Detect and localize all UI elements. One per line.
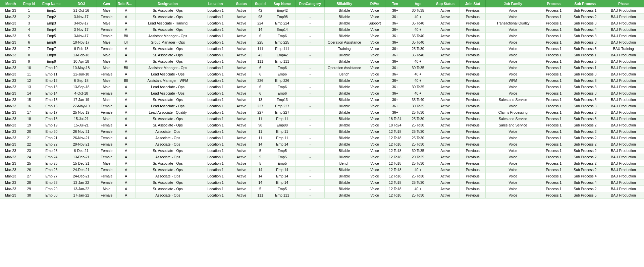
table-cell-sup-id: 42 bbox=[252, 52, 269, 58]
table-cell-emp-name: Emp 10 bbox=[37, 65, 66, 71]
table-cell-location: Location 1 bbox=[200, 46, 231, 52]
table-cell-phase: BAU Production bbox=[603, 77, 644, 84]
table-cell-role-band: A bbox=[116, 109, 135, 116]
table-cell-emp-id: 15 bbox=[21, 97, 37, 103]
table-cell-status: Active bbox=[231, 154, 252, 160]
table-row: Mar-2316Emp 1627-May-19FemaleALead Assoc… bbox=[0, 103, 644, 109]
table-cell-status: Active bbox=[231, 90, 252, 97]
table-cell-billability: Billable bbox=[324, 186, 364, 192]
table-cell-job-family: Transactional Quality bbox=[486, 20, 540, 26]
table-cell-process: Process 1 bbox=[540, 116, 567, 122]
table-cell-sup-status: Active bbox=[431, 173, 460, 179]
table-cell-sub-process: Sub Process 4 bbox=[567, 26, 603, 33]
table-cell-dt-vc: Voice bbox=[364, 167, 385, 173]
table-cell-sub-process: Sub Process 2 bbox=[567, 122, 603, 128]
table-cell-emp-id: 10 bbox=[21, 65, 37, 71]
table-cell-ten: 36+ bbox=[385, 109, 405, 116]
table-cell-sub-process: Sub Process 2 bbox=[567, 14, 603, 20]
table-cell-sup-status: Active bbox=[431, 71, 460, 77]
table-cell-doj: 6-Dec-21 bbox=[66, 148, 97, 154]
table-cell-rsncategory: - bbox=[296, 135, 324, 141]
table-cell-join-stat: Previous bbox=[460, 160, 486, 167]
table-cell-ten: 36+ bbox=[385, 39, 405, 46]
table-cell-dt-vc: Voice bbox=[364, 84, 385, 90]
table-cell-ten: 36+ bbox=[385, 103, 405, 109]
table-cell-rsncategory: - bbox=[296, 7, 324, 14]
table-cell-phase: BAU Production bbox=[603, 39, 644, 46]
table-cell-job-family: Sales and Service bbox=[486, 116, 540, 122]
table-cell-billability: Billable bbox=[324, 77, 364, 84]
table-cell-emp-id: 21 bbox=[21, 135, 37, 141]
table-cell-location: Location 1 bbox=[200, 20, 231, 26]
table-cell-dt-vc: Voice bbox=[364, 97, 385, 103]
table-cell-month: Mar-23 bbox=[0, 160, 21, 167]
table-cell-sup-name: Emp98 bbox=[269, 122, 296, 128]
table-cell-sup-status: Active bbox=[431, 26, 460, 33]
table-cell-join-stat: Previous bbox=[460, 103, 486, 109]
table-cell-doj: 26-Nov-21 bbox=[66, 128, 97, 135]
table-cell-role-band: A bbox=[116, 122, 135, 128]
table-cell-billability: Billable bbox=[324, 14, 364, 20]
column-header-location: Location bbox=[200, 0, 231, 7]
table-cell-rsncategory: - bbox=[296, 154, 324, 160]
table-row: Mar-2321Emp 2126-Nov-21FemaleAAssociate … bbox=[0, 135, 644, 141]
table-cell-doj: 3-Nov-17 bbox=[66, 20, 97, 26]
table-cell-status: Active bbox=[231, 65, 252, 71]
table-cell-billability: Bench bbox=[324, 160, 364, 167]
table-cell-process: Process 1 bbox=[540, 128, 567, 135]
table-cell-job-family: Voice bbox=[486, 103, 540, 109]
table-cell-join-stat: Previous bbox=[460, 154, 486, 160]
table-cell-ten: 36+ bbox=[385, 84, 405, 90]
table-cell-emp-name: Emp 11 bbox=[37, 71, 66, 77]
table-cell-process: Process 1 bbox=[540, 154, 567, 160]
table-cell-designation: Lead Associate - Ops bbox=[136, 103, 200, 109]
table-cell-rsncategory: - bbox=[296, 65, 324, 71]
table-cell-month: Mar-23 bbox=[0, 179, 21, 186]
table-cell-age: 25 To30 bbox=[405, 135, 431, 141]
table-cell-location: Location 1 bbox=[200, 173, 231, 179]
table-cell-emp-name: Emp3 bbox=[37, 20, 66, 26]
table-cell-gen: Female bbox=[97, 141, 116, 148]
table-cell-gen: Male bbox=[97, 7, 116, 14]
table-cell-join-stat: Previous bbox=[460, 26, 486, 33]
table-row: Mar-2329Emp 2913-Jan-22MaleASr. Associat… bbox=[0, 186, 644, 192]
table-cell-process: Process 1 bbox=[540, 192, 567, 199]
table-cell-billability: Billable bbox=[324, 135, 364, 141]
table-cell-designation: Group Manager - Ops bbox=[136, 39, 200, 46]
table-cell-doj: 13-Sep-18 bbox=[66, 84, 97, 90]
table-cell-month: Mar-23 bbox=[0, 109, 21, 116]
table-cell-sup-id: 14 bbox=[252, 179, 269, 186]
table-cell-join-stat: Previous bbox=[460, 90, 486, 97]
table-cell-sup-id: 227 bbox=[252, 103, 269, 109]
table-cell-status: Active bbox=[231, 179, 252, 186]
table-cell-sup-status: Active bbox=[431, 109, 460, 116]
table-cell-gen: Female bbox=[97, 148, 116, 154]
table-cell-sup-status: Active bbox=[431, 65, 460, 71]
table-cell-job-family: Claims Processing bbox=[486, 109, 540, 116]
table-cell-status: Active bbox=[231, 167, 252, 173]
table-cell-dt-vc: Voice bbox=[364, 103, 385, 109]
table-cell-ten: 12 To18 bbox=[385, 128, 405, 135]
column-header-role-band: Role Band bbox=[116, 0, 135, 7]
table-cell-dt-vc: Voice bbox=[364, 58, 385, 65]
table-cell-month: Mar-23 bbox=[0, 52, 21, 58]
table-cell-designation: Sr. Associate - Ops bbox=[136, 179, 200, 186]
table-cell-sup-id: 11 bbox=[252, 128, 269, 135]
table-cell-phase: BAU Production bbox=[603, 122, 644, 128]
table-cell-sub-process: Sub Process 3 bbox=[567, 39, 603, 46]
table-cell-sup-id: 226 bbox=[252, 77, 269, 84]
table-cell-billability: Billable bbox=[324, 109, 364, 116]
table-cell-age: 40 + bbox=[405, 26, 431, 33]
table-cell-join-stat: Previous bbox=[460, 128, 486, 135]
table-cell-sup-name: Emp6 bbox=[269, 71, 296, 77]
table-cell-dt-vc: Voice bbox=[364, 26, 385, 33]
table-cell-sup-id: 6 bbox=[252, 90, 269, 97]
table-cell-join-stat: Previous bbox=[460, 84, 486, 90]
table-cell-join-stat: Previous bbox=[460, 71, 486, 77]
table-cell-emp-name: Emp 29 bbox=[37, 186, 66, 192]
table-cell-age: 25 To30 bbox=[405, 160, 431, 167]
table-cell-process: Process 1 bbox=[540, 39, 567, 46]
table-cell-emp-name: Emp5 bbox=[37, 33, 66, 39]
table-cell-process: Process 1 bbox=[540, 71, 567, 77]
table-cell-sup-status: Active bbox=[431, 186, 460, 192]
